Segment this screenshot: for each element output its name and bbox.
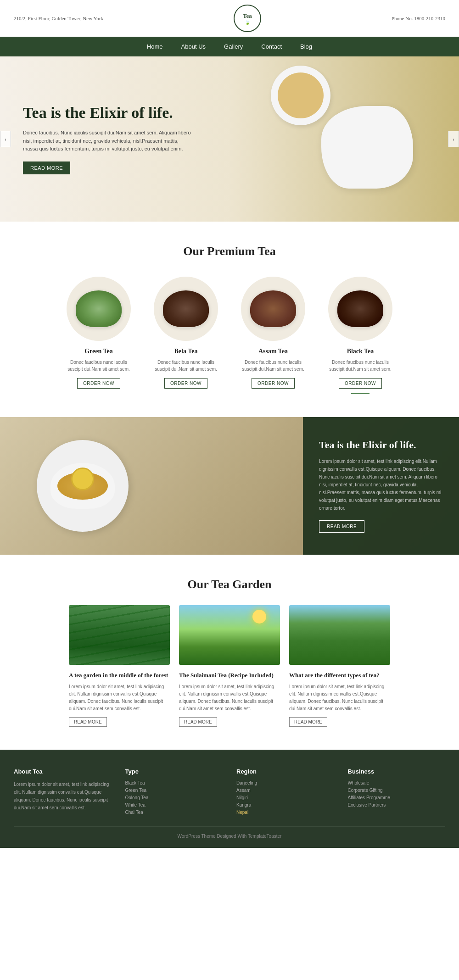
hero-description: Donec faucibus. Nunc iaculis suscipit du… (23, 129, 193, 153)
footer-about-col: About Tea Lorem ipsum dolor sit amet, te… (14, 768, 112, 817)
hero-content: Tea is the Elixir of life. Donec faucibu… (0, 104, 193, 174)
footer-type-heading: Type (125, 768, 223, 775)
order-assam-button[interactable]: ORDER NOW (252, 378, 295, 389)
footer-business-col: Business Wholesale Corporate Gifting Aff… (348, 768, 446, 817)
footer-type-col: Type Black Tea Green Tea Oolong Tea Whit… (125, 768, 223, 817)
premium-tea-section: Our Premium Tea Green Tea Donec faucibus… (0, 222, 459, 417)
garden-desc-1: Lorem ipsum dolor sit amet, test link ad… (69, 683, 170, 713)
footer-region-nilgiri[interactable]: Nilgiri (236, 795, 334, 800)
phone: Phone No. 1800-210-2310 (392, 16, 445, 21)
garden-read-more-2[interactable]: READ MORE (179, 717, 217, 727)
garden-section-title: Our Tea Garden (14, 578, 445, 591)
garden-read-more-1[interactable]: READ MORE (69, 717, 107, 727)
footer-business-partners[interactable]: Exclusive Partners (348, 802, 446, 807)
footer-business-affiliates[interactable]: Affiliates Programme (348, 795, 446, 800)
tea-desc-black: Donec faucibus nunc iaculis suscipit dui… (324, 359, 397, 373)
footer-grid: About Tea Lorem ipsum dolor sit amet, te… (14, 768, 445, 817)
hero-cup-decoration (271, 66, 330, 125)
footer-region-darjeeling[interactable]: Darjeeling (236, 780, 334, 785)
footer-region-nepal[interactable]: Nepal (236, 810, 334, 815)
tea-card-black: Black Tea Donec faucibus nunc iaculis su… (324, 277, 397, 394)
tea-name-bela: Bela Tea (149, 348, 223, 355)
tea-desc-bela: Donec faucibus nunc iaculis suscipit dui… (149, 359, 223, 373)
footer-type-list: Black Tea Green Tea Oolong Tea White Tea… (125, 780, 223, 815)
footer-business-list: Wholesale Corporate Gifting Affiliates P… (348, 780, 446, 807)
tea-image-assam (241, 277, 305, 341)
main-nav: Home About Us Gallery Contact Blog (0, 37, 459, 56)
hero-section: Tea is the Elixir of life. Donec faucibu… (0, 56, 459, 222)
banner-cup-decoration (37, 440, 129, 532)
footer-type-chai[interactable]: Chai Tea (125, 810, 223, 815)
address: 210/2, First Floor, Golden Tower, New Yo… (14, 16, 103, 21)
garden-title-1: A tea garden in the middle of the forest (69, 671, 170, 679)
garden-image-3 (289, 605, 390, 665)
footer-about-text: Lorem ipsum dolor sit amet, test link ad… (14, 780, 112, 812)
garden-read-more-3[interactable]: READ MORE (289, 717, 327, 727)
footer-about-heading: About Tea (14, 768, 112, 775)
tea-name-black: Black Tea (324, 348, 397, 355)
logo: Tea 🍃 (234, 5, 261, 32)
nav-gallery[interactable]: Gallery (224, 43, 243, 50)
garden-card-1: A tea garden in the middle of the forest… (69, 605, 170, 727)
footer-region-list: Darjeeling Assam Nilgiri Kangra Nepal (236, 780, 334, 815)
footer-business-corporate-gifting[interactable]: Corporate Gifting (348, 788, 446, 793)
tea-card-green: Green Tea Donec faucibus nunc iaculis su… (62, 277, 135, 394)
order-bela-button[interactable]: ORDER NOW (164, 378, 207, 389)
footer-type-black[interactable]: Black Tea (125, 780, 223, 785)
tea-name-assam: Assam Tea (236, 348, 310, 355)
hero-cta-button[interactable]: READ MORE (23, 161, 70, 174)
tea-name-green: Green Tea (62, 348, 135, 355)
hero-title: Tea is the Elixir of life. (23, 104, 193, 122)
garden-grid: A tea garden in the middle of the forest… (14, 605, 445, 727)
garden-desc-2: Lorem ipsum dolor sit amet, test link ad… (179, 683, 280, 713)
footer-type-white[interactable]: White Tea (125, 802, 223, 807)
banner-content-box: Tea is the Elixir of life. Lorem ipsum d… (303, 417, 459, 555)
nav-contact[interactable]: Contact (261, 43, 282, 50)
garden-desc-3: Lorem ipsum dolor sit amet, test link ad… (289, 683, 390, 713)
banner-section: Tea is the Elixir of life. Lorem ipsum d… (0, 417, 459, 555)
footer: About Tea Lorem ipsum dolor sit amet, te… (0, 750, 459, 848)
banner-cta-button[interactable]: READ MORE (319, 520, 364, 533)
footer-region-col: Region Darjeeling Assam Nilgiri Kangra N… (236, 768, 334, 817)
banner-title: Tea is the Elixir of life. (319, 439, 443, 451)
footer-region-kangra[interactable]: Kangra (236, 802, 334, 807)
tea-image-green (67, 277, 131, 341)
banner-description: Lorem ipsum dolor sit amet, test link ad… (319, 457, 443, 512)
footer-type-oolong[interactable]: Oolong Tea (125, 795, 223, 800)
garden-title-3: What are the different types of tea? (289, 671, 390, 679)
nav-home[interactable]: Home (147, 43, 163, 50)
tea-image-bela (154, 277, 218, 341)
garden-card-2: The Sulaimani Tea (Recipe Included) Lore… (179, 605, 280, 727)
tea-grid: Green Tea Donec faucibus nunc iaculis su… (14, 277, 445, 394)
garden-section: Our Tea Garden A tea garden in the middl… (0, 555, 459, 750)
top-bar: 210/2, First Floor, Golden Tower, New Yo… (0, 0, 459, 37)
decorative-line (351, 393, 369, 394)
order-green-button[interactable]: ORDER NOW (77, 378, 120, 389)
footer-bottom-text: WordPress Theme Designed With TemplateTo… (178, 834, 282, 839)
premium-section-title: Our Premium Tea (14, 245, 445, 258)
hero-next-arrow[interactable]: › (448, 131, 459, 147)
garden-card-3: What are the different types of tea? Lor… (289, 605, 390, 727)
logo-text: Tea (243, 12, 252, 20)
footer-business-heading: Business (348, 768, 446, 775)
tea-desc-green: Donec faucibus nunc iaculis suscipit dui… (62, 359, 135, 373)
garden-image-1 (69, 605, 170, 665)
footer-region-heading: Region (236, 768, 334, 775)
footer-bottom: WordPress Theme Designed With TemplateTo… (14, 826, 445, 839)
tea-desc-assam: Donec faucibus nunc iaculis suscipit dui… (236, 359, 310, 373)
garden-title-2: The Sulaimani Tea (Recipe Included) (179, 671, 280, 679)
footer-type-green[interactable]: Green Tea (125, 788, 223, 793)
footer-business-wholesale[interactable]: Wholesale (348, 780, 446, 785)
tea-card-assam: Assam Tea Donec faucibus nunc iaculis su… (236, 277, 310, 394)
nav-blog[interactable]: Blog (300, 43, 312, 50)
hero-teapot-decoration (321, 106, 413, 189)
order-black-button[interactable]: ORDER NOW (339, 378, 382, 389)
footer-region-assam[interactable]: Assam (236, 788, 334, 793)
garden-image-2 (179, 605, 280, 665)
nav-about[interactable]: About Us (181, 43, 206, 50)
logo-leaf: 🍃 (245, 20, 250, 25)
tea-card-bela: Bela Tea Donec faucibus nunc iaculis sus… (149, 277, 223, 394)
tea-image-black (328, 277, 392, 341)
